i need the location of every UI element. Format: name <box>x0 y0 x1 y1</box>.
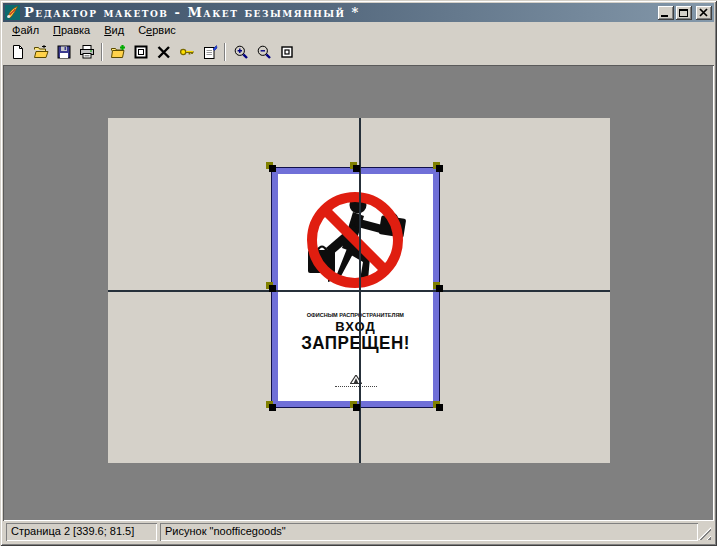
layout-page[interactable]: ОФИСНЫМ РАСПРОСТРАНИТЕЛЯМ ВХОД ЗАПРЕЩЕН! <box>108 118 610 463</box>
selected-image-frame[interactable]: ОФИСНЫМ РАСПРОСТРАНИТЕЛЯМ ВХОД ЗАПРЕЩЕН! <box>271 167 440 408</box>
status-object-info: Рисунок "noofficegoods" <box>160 523 698 541</box>
key-icon <box>179 44 195 60</box>
resize-handle-middle-left[interactable] <box>266 282 277 293</box>
maximize-icon <box>679 9 688 17</box>
delete-button[interactable] <box>152 41 175 63</box>
delete-cross-icon <box>156 44 172 60</box>
app-window: Редактор макетов - Макет безымянный * Фа… <box>0 0 717 546</box>
menubar: Файл Правка Вид Сервис <box>3 22 714 39</box>
no-entry-sign-graphic <box>300 186 412 298</box>
titlebar: Редактор макетов - Макет безымянный * <box>3 3 714 22</box>
menu-view[interactable]: Вид <box>97 22 131 39</box>
frame-icon <box>133 44 149 60</box>
poster-line-small: ОФИСНЫМ РАСПРОСТРАНИТЕЛЯМ <box>305 312 405 318</box>
resize-handle-middle-right[interactable] <box>433 282 444 293</box>
zoom-out-icon <box>256 44 272 60</box>
zoom-in-button[interactable] <box>229 41 252 63</box>
workspace-canvas[interactable]: ОФИСНЫМ РАСПРОСТРАНИТЕЛЯМ ВХОД ЗАПРЕЩЕН! <box>3 65 714 521</box>
properties-button[interactable] <box>198 41 221 63</box>
menu-edit[interactable]: Правка <box>46 22 97 39</box>
poster-line-mid: ВХОД <box>301 320 410 334</box>
statusbar: Страница 2 [339.6; 81.5] Рисунок "nooffi… <box>3 521 714 543</box>
poster-image[interactable]: ОФИСНЫМ РАСПРОСТРАНИТЕЛЯМ ВХОД ЗАПРЕЩЕН! <box>278 174 433 401</box>
fit-view-button[interactable] <box>275 41 298 63</box>
menu-file[interactable]: Файл <box>5 22 46 39</box>
resize-handle-bottom-right[interactable] <box>433 401 444 412</box>
key-button[interactable] <box>175 41 198 63</box>
resize-handle-top-middle[interactable] <box>350 162 361 173</box>
logo-dotted-line <box>335 386 377 387</box>
toolbar-separator <box>101 43 103 61</box>
frame-button[interactable] <box>129 41 152 63</box>
minimize-icon <box>661 15 668 17</box>
resize-grip[interactable] <box>698 527 711 540</box>
new-document-button[interactable] <box>6 41 29 63</box>
resize-handle-bottom-left[interactable] <box>266 401 277 412</box>
insert-image-icon <box>110 44 126 60</box>
window-title: Редактор макетов - Макет безымянный * <box>24 3 656 22</box>
resize-handle-bottom-middle[interactable] <box>350 401 361 412</box>
toolbar <box>3 39 714 65</box>
maximize-button[interactable] <box>676 6 692 20</box>
horizontal-guide-line[interactable] <box>108 290 610 292</box>
save-floppy-icon <box>56 44 72 60</box>
close-icon <box>698 7 709 18</box>
toolbar-separator <box>224 43 226 61</box>
minimize-button[interactable] <box>658 6 674 20</box>
resize-handle-top-right[interactable] <box>433 162 444 173</box>
app-icon[interactable] <box>5 5 20 20</box>
zoom-out-button[interactable] <box>252 41 275 63</box>
poster-caption: ОФИСНЫМ РАСПРОСТРАНИТЕЛЯМ ВХОД ЗАПРЕЩЕН! <box>301 312 410 354</box>
new-document-icon <box>10 44 26 60</box>
open-folder-icon <box>33 44 49 60</box>
open-button[interactable] <box>29 41 52 63</box>
status-page-info: Страница 2 [339.6; 81.5] <box>6 523 157 541</box>
save-button[interactable] <box>52 41 75 63</box>
zoom-in-icon <box>233 44 249 60</box>
poster-logo <box>335 375 377 387</box>
resize-handle-top-left[interactable] <box>266 162 277 173</box>
insert-image-button[interactable] <box>106 41 129 63</box>
print-button[interactable] <box>75 41 98 63</box>
fit-view-icon <box>279 44 295 60</box>
menu-service[interactable]: Сервис <box>131 22 183 39</box>
properties-icon <box>202 44 218 60</box>
poster-line-main: ЗАПРЕЩЕН! <box>301 334 410 355</box>
close-button[interactable] <box>696 6 712 20</box>
print-icon <box>79 44 95 60</box>
